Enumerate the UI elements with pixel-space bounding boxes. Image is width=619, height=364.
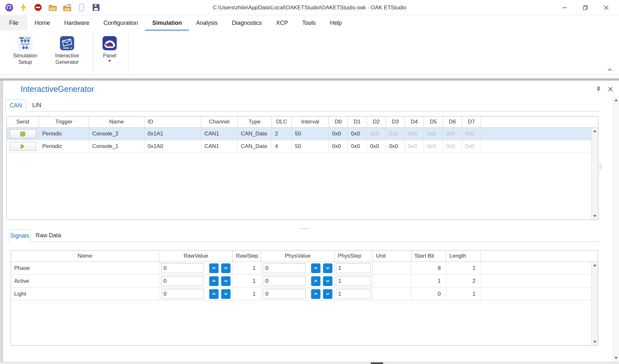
splitter-handle[interactable] <box>301 228 302 229</box>
physvalue-increment-button[interactable] <box>311 263 320 273</box>
menu-item-hardware[interactable]: Hardware <box>57 15 96 31</box>
tab-raw-data[interactable]: Raw Data <box>30 230 66 242</box>
rawvalue-decrement-button[interactable] <box>221 276 231 286</box>
rawstep-value[interactable]: 1 <box>233 262 261 274</box>
message-row-console2[interactable]: Periodic Console_2 0x1A1 CAN1 CAN_Data 2… <box>7 128 598 140</box>
rawvalue-increment-button[interactable] <box>209 289 219 299</box>
menu-item-analysis[interactable]: Analysis <box>189 15 225 31</box>
cell-interval[interactable]: 50 <box>292 140 329 152</box>
rawstep-value[interactable]: 1 <box>233 275 261 287</box>
menu-item-tools[interactable]: Tools <box>295 15 323 31</box>
rawvalue-decrement-button[interactable] <box>221 263 231 273</box>
menu-item-xcp[interactable]: XCP <box>269 15 295 31</box>
cell-interval[interactable]: 50 <box>292 128 329 140</box>
cell-type[interactable]: CAN_Data <box>238 140 272 152</box>
scroll-up-icon[interactable] <box>592 128 598 134</box>
panel-dropdown-button[interactable]: Panel <box>94 34 125 62</box>
cell-channel[interactable]: CAN1 <box>201 128 238 140</box>
signal-name[interactable]: Active <box>11 275 159 287</box>
signal-row-light[interactable]: Light 1 0 1 <box>11 288 598 300</box>
rawvalue-increment-button[interactable] <box>209 276 219 286</box>
simulation-setup-button[interactable]: Simulation Setup <box>7 34 43 65</box>
physstep-input[interactable] <box>336 263 371 273</box>
panel-scrollbar[interactable] <box>613 97 619 361</box>
col-header-d1[interactable]: D1 <box>348 116 367 127</box>
signal-row-active[interactable]: Active 1 1 2 <box>11 275 598 288</box>
col-header-length[interactable]: Length <box>446 251 481 261</box>
cell-d0[interactable]: 0x0 <box>329 140 348 152</box>
tab-can[interactable]: CAN <box>5 99 26 112</box>
col-header-dlc[interactable]: DLC <box>272 116 292 127</box>
physstep-input[interactable] <box>336 276 371 286</box>
physvalue-decrement-button[interactable] <box>323 276 332 286</box>
physvalue-increment-button[interactable] <box>311 276 320 286</box>
signals-table-scrollbar[interactable] <box>591 262 598 345</box>
cell-trigger[interactable]: Periodic <box>39 140 89 152</box>
message-row-console1[interactable]: Periodic Console_1 0x1A0 CAN1 CAN_Data 4… <box>7 140 598 153</box>
cell-id[interactable]: 0x1A0 <box>144 140 201 152</box>
menu-item-file[interactable]: File <box>0 15 27 31</box>
rawvalue-input[interactable] <box>161 289 204 299</box>
send-play-button[interactable] <box>10 142 36 151</box>
message-table-scrollbar[interactable] <box>591 128 598 220</box>
col-header-d7[interactable]: D7 <box>462 116 481 127</box>
close-button[interactable] <box>596 0 616 15</box>
physvalue-input[interactable] <box>263 289 306 299</box>
bottom-scroll-thumb[interactable] <box>371 362 383 364</box>
rawvalue-decrement-button[interactable] <box>221 289 231 299</box>
col-header-physvalue[interactable]: PhysValue <box>261 251 335 261</box>
col-header-rawstep[interactable]: RawStep <box>233 251 261 261</box>
col-header-name[interactable]: Name <box>89 116 144 127</box>
bottom-scroll-strip[interactable] <box>0 362 619 364</box>
col-header-startbit[interactable]: Start Bit <box>411 251 446 261</box>
col-header-d3[interactable]: D3 <box>386 116 405 127</box>
scroll-up-icon[interactable] <box>592 262 598 269</box>
menu-item-simulation[interactable]: Simulation <box>145 15 189 31</box>
restore-button[interactable] <box>575 0 596 15</box>
col-header-d2[interactable]: D2 <box>367 116 386 127</box>
rawvalue-increment-button[interactable] <box>209 263 219 273</box>
col-header-rawvalue[interactable]: RawValue <box>159 251 233 261</box>
interactive-generator-button[interactable]: Interactive Generator <box>49 34 85 65</box>
physvalue-decrement-button[interactable] <box>323 289 332 299</box>
physvalue-decrement-button[interactable] <box>323 263 332 273</box>
vertical-grip-dots[interactable] <box>600 164 600 164</box>
menu-item-configuration[interactable]: Configuration <box>96 15 145 31</box>
col-header-d5[interactable]: D5 <box>424 116 443 127</box>
cell-d1[interactable]: 0x0 <box>348 140 367 152</box>
cell-d2[interactable]: 0x0 <box>367 140 386 152</box>
signal-row-phase[interactable]: Phase 1 8 1 <box>11 262 598 275</box>
rawstep-value[interactable]: 1 <box>233 288 261 300</box>
cell-type[interactable]: CAN_Data <box>238 128 272 140</box>
scroll-down-icon[interactable] <box>592 339 598 345</box>
menu-item-help[interactable]: Help <box>323 15 349 31</box>
menu-item-diagnostics[interactable]: Diagnostics <box>225 15 269 31</box>
rawvalue-input[interactable] <box>161 263 204 273</box>
cell-dlc[interactable]: 4 <box>272 140 292 152</box>
col-header-channel[interactable]: Channel <box>201 116 238 127</box>
cell-trigger[interactable]: Periodic <box>39 128 89 140</box>
cell-channel[interactable]: CAN1 <box>201 140 238 152</box>
col-header-trigger[interactable]: Trigger <box>39 116 89 127</box>
col-header-type[interactable]: Type <box>238 116 272 127</box>
panel-close-icon[interactable] <box>606 85 614 93</box>
scroll-down-icon[interactable] <box>592 213 598 220</box>
col-header-unit[interactable]: Unit <box>373 251 411 261</box>
col-header-interval[interactable]: Interval <box>292 116 329 127</box>
scroll-up-icon[interactable] <box>613 97 619 103</box>
cell-d3[interactable]: 0x0 <box>386 140 405 152</box>
col-header-id[interactable]: ID <box>144 116 201 127</box>
ribbon-collapse-button[interactable] <box>605 66 614 73</box>
cell-name[interactable]: Console_1 <box>89 140 144 152</box>
col-header-d0[interactable]: D0 <box>329 116 348 127</box>
send-stop-button[interactable] <box>10 129 36 138</box>
col-header-physstep[interactable]: PhysStep <box>335 251 373 261</box>
col-header-d4[interactable]: D4 <box>405 116 424 127</box>
cell-name[interactable]: Console_2 <box>89 128 144 140</box>
tab-signals[interactable]: Signals <box>9 230 30 242</box>
cell-d1[interactable]: 0x0 <box>348 128 367 140</box>
physvalue-input[interactable] <box>263 276 306 286</box>
tab-lin[interactable]: LIN <box>26 99 47 112</box>
physstep-input[interactable] <box>336 289 371 299</box>
col-header-d6[interactable]: D6 <box>443 116 462 127</box>
